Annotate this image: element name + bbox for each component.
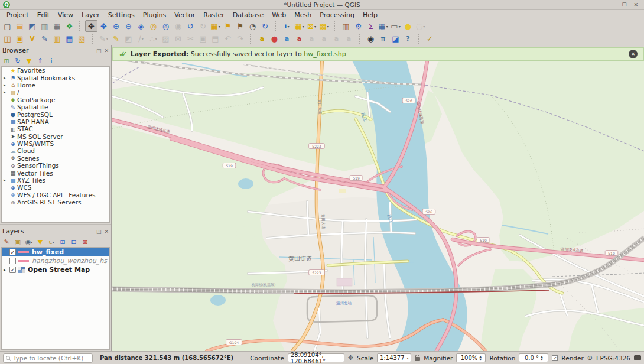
temporal-controller-icon[interactable]: ◔: [246, 20, 259, 32]
attribute-table-icon[interactable]: ▦▾: [377, 20, 389, 32]
scale-combo[interactable]: 1:14377▾: [377, 353, 411, 362]
locator-input[interactable]: Type to locate (Ctrl+K): [3, 353, 93, 363]
new-map-view-icon[interactable]: ▦▾: [209, 20, 222, 32]
browser-float-icon[interactable]: ◳: [96, 48, 102, 54]
remove-layer-icon[interactable]: ⊠: [80, 237, 90, 246]
browser-item-favorites[interactable]: ★Favorites: [2, 67, 109, 74]
menu-layer[interactable]: Layer: [77, 11, 104, 20]
zoom-last-icon[interactable]: ↺: [184, 20, 197, 32]
zoom-in-icon[interactable]: ⊕: [110, 20, 122, 32]
menu-view[interactable]: View: [54, 11, 77, 20]
browser-item-sensorthings[interactable]: ⊙SensorThings: [2, 162, 109, 169]
layer-row-hw_fixed[interactable]: ✓hw_fixed: [2, 248, 109, 256]
layer-diagram-icon[interactable]: ●: [268, 33, 281, 45]
add-mesh-layer-icon[interactable]: ▧: [76, 33, 88, 45]
browser-item-spatialite[interactable]: ✎SpatiaLite: [2, 103, 109, 110]
layer-row-hangzhou_wenzhou_hs[interactable]: hangzhou_wenzhou_hs: [2, 256, 109, 265]
browser-close-icon[interactable]: ✕: [104, 48, 109, 54]
browser-item-arcgis-rest-servers[interactable]: ⊕ArcGIS REST Servers: [2, 199, 109, 206]
filter-by-expression-icon[interactable]: ε▾: [47, 237, 56, 246]
layers-float-icon[interactable]: ◳: [96, 229, 102, 235]
browser-item-postgresql[interactable]: ●PostgreSQL: [2, 110, 109, 118]
expand-all-icon[interactable]: ⊞: [58, 237, 67, 246]
menu-database[interactable]: Database: [229, 11, 268, 20]
layer-row-open-street-map[interactable]: ▸✓Open Street Map: [2, 265, 109, 274]
python-console-icon[interactable]: π: [377, 33, 389, 45]
render-checkbox[interactable]: ✓: [552, 355, 558, 361]
browser-item-wms-wmts[interactable]: ⊕WMS/WMTS: [2, 140, 109, 147]
exported-file-link[interactable]: hw_fixed.shp: [304, 50, 346, 58]
expander-icon[interactable]: ▸: [4, 178, 9, 183]
new-project-icon[interactable]: ▢: [1, 20, 14, 32]
style-manager-icon[interactable]: ❖: [63, 20, 76, 32]
menu-settings[interactable]: Settings: [104, 11, 139, 20]
browser-item-xyz-tiles[interactable]: ▸▦XYZ Tiles: [2, 177, 109, 184]
browser-item--[interactable]: ▸▤/: [2, 89, 109, 96]
zoom-full-icon[interactable]: ◈: [135, 20, 147, 32]
browser-item-ms-sql-server[interactable]: ➤MS SQL Server: [2, 133, 109, 140]
show-statistics-icon[interactable]: Σ: [365, 20, 377, 32]
data-source-manager-icon[interactable]: ◫: [1, 33, 14, 45]
browser-properties-icon[interactable]: i: [47, 56, 56, 66]
collapse-all-icon[interactable]: ⇑: [35, 56, 45, 66]
menu-project[interactable]: Project: [2, 11, 33, 20]
add-vector-layer-icon[interactable]: V: [26, 33, 38, 45]
menu-edit[interactable]: Edit: [33, 11, 54, 20]
expander-icon[interactable]: ▸: [4, 83, 9, 87]
browser-item-wfs-ogc-api-features[interactable]: ⊕WFS / OGC API - Features: [2, 191, 109, 199]
crs-globe-icon[interactable]: ⊕: [587, 354, 593, 362]
browser-item-sap-hana[interactable]: ▦SAP HANA: [2, 118, 109, 125]
add-group-icon[interactable]: ▣: [13, 237, 22, 246]
processing-toolbox-icon[interactable]: ⚙: [352, 20, 365, 32]
map-tips-icon[interactable]: ●: [402, 20, 414, 32]
plugin-manager-icon[interactable]: ◪: [389, 33, 402, 45]
zoom-to-layer-icon[interactable]: ◎: [160, 20, 172, 32]
browser-item-cloud[interactable]: ☁Cloud: [2, 147, 109, 154]
add-postgis-layer-icon[interactable]: ▥: [51, 33, 63, 45]
measure-icon[interactable]: ▭▾: [389, 20, 402, 32]
bookmark-manager-icon[interactable]: ⚑: [234, 20, 246, 32]
manage-map-themes-icon[interactable]: ◉▾: [24, 237, 34, 246]
refresh-browser-icon[interactable]: ↻: [13, 56, 22, 66]
menu-web[interactable]: Web: [268, 11, 290, 20]
pan-map-icon[interactable]: ✥: [85, 20, 97, 32]
add-raster-layer-icon[interactable]: ▦: [63, 33, 76, 45]
coordinate-input[interactable]: 28.09104°, 120.68461°: [288, 353, 344, 362]
browser-item-vector-tiles[interactable]: ▦Vector Tiles: [2, 169, 109, 176]
save-project-icon[interactable]: ◩: [26, 20, 38, 32]
expander-icon[interactable]: ▸: [4, 268, 9, 272]
browser-item-wcs[interactable]: ⊕WCS: [2, 184, 109, 191]
add-spatialite-layer-icon[interactable]: ✎: [38, 33, 51, 45]
add-selected-layers-icon[interactable]: ⊞: [2, 56, 11, 66]
browser-item-scenes[interactable]: ❖Scenes: [2, 155, 109, 162]
menu-processing[interactable]: Processing: [316, 11, 359, 20]
highlight-pinned-labels-icon[interactable]: a: [281, 33, 293, 45]
layer-visibility-checkbox[interactable]: [9, 258, 16, 264]
expander-icon[interactable]: ▸: [4, 90, 9, 95]
extents-toggle-icon[interactable]: ✥: [348, 354, 353, 362]
filter-legend-icon[interactable]: ▼: [35, 237, 45, 246]
deselect-features-icon[interactable]: ⊠▾: [305, 20, 318, 32]
new-print-layout-icon[interactable]: ▥: [38, 20, 51, 32]
menu-mesh[interactable]: Mesh: [290, 11, 316, 20]
toggle-unplaced-labels-icon[interactable]: a: [293, 33, 305, 45]
expander-icon[interactable]: ▸: [4, 76, 9, 80]
help-contents-icon[interactable]: ?: [402, 33, 414, 45]
message-close-icon[interactable]: ✕: [629, 50, 638, 58]
spinner-arrows-icon[interactable]: ▲▼: [479, 355, 482, 361]
browser-item-spatial-bookmarks[interactable]: ▸⚑Spatial Bookmarks: [2, 74, 109, 81]
refresh-map-icon[interactable]: ↻: [259, 20, 271, 32]
browser-item-stac[interactable]: ◧STAC: [2, 125, 109, 132]
crs-status[interactable]: EPSG:4326: [596, 355, 630, 362]
open-layer-styling-icon[interactable]: ✎: [2, 237, 11, 246]
identify-features-icon[interactable]: i▾: [281, 20, 293, 32]
close-button[interactable]: ✕: [633, 1, 638, 9]
layer-visibility-checkbox[interactable]: ✓: [9, 249, 16, 255]
zoom-to-selection-icon[interactable]: ◎: [147, 20, 160, 32]
layer-labeling-icon[interactable]: a: [256, 33, 268, 45]
menu-help[interactable]: Help: [359, 11, 382, 20]
spinner-arrows-icon[interactable]: ▲▼: [541, 355, 543, 361]
browser-item-home[interactable]: ▸⌂Home: [2, 82, 109, 89]
zoom-out-icon[interactable]: ⊖: [122, 20, 135, 32]
menu-vector[interactable]: Vector: [170, 11, 199, 20]
